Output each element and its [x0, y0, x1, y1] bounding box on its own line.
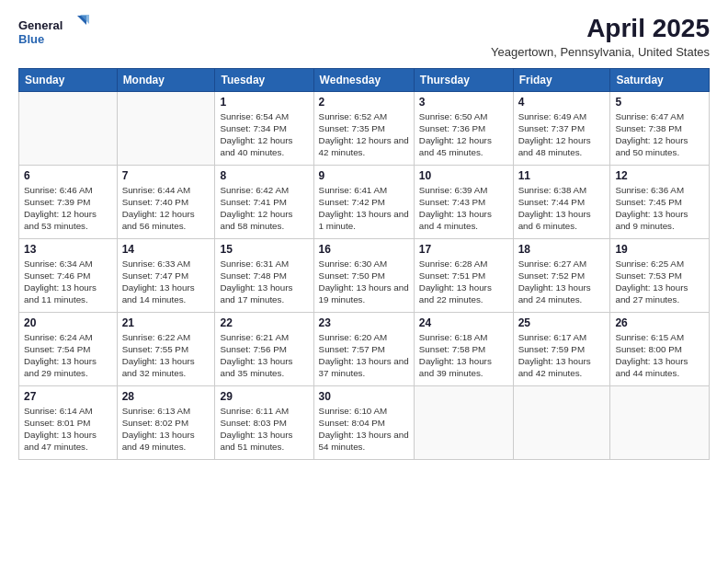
day-number: 26 [615, 316, 704, 329]
calendar-cell [19, 91, 118, 165]
day-number: 21 [122, 316, 210, 329]
day-number: 30 [319, 390, 409, 403]
header-saturday: Saturday [610, 68, 710, 91]
day-info: Sunrise: 6:21 AMSunset: 7:56 PMDaylight:… [220, 331, 308, 380]
calendar-cell: 20Sunrise: 6:24 AMSunset: 7:54 PMDayligh… [19, 312, 118, 385]
calendar-cell: 26Sunrise: 6:15 AMSunset: 8:00 PMDayligh… [610, 312, 710, 385]
calendar-body: 1Sunrise: 6:54 AMSunset: 7:34 PMDaylight… [19, 91, 710, 459]
calendar-cell: 25Sunrise: 6:17 AMSunset: 7:59 PMDayligh… [513, 312, 610, 385]
day-number: 25 [518, 316, 606, 329]
day-info: Sunrise: 6:54 AMSunset: 7:34 PMDaylight:… [220, 110, 308, 159]
header-monday: Monday [117, 68, 215, 91]
day-number: 28 [122, 390, 210, 403]
calendar-cell: 23Sunrise: 6:20 AMSunset: 7:57 PMDayligh… [313, 312, 414, 385]
day-info: Sunrise: 6:44 AMSunset: 7:40 PMDaylight:… [122, 184, 210, 233]
day-number: 3 [419, 96, 508, 109]
day-info: Sunrise: 6:18 AMSunset: 7:58 PMDaylight:… [419, 331, 508, 380]
month-title: April 2025 [491, 15, 710, 43]
calendar-cell [610, 385, 710, 459]
header-sunday: Sunday [19, 68, 118, 91]
day-info: Sunrise: 6:13 AMSunset: 8:02 PMDaylight:… [122, 405, 210, 454]
day-number: 8 [220, 169, 308, 182]
week-row-2: 6Sunrise: 6:46 AMSunset: 7:39 PMDaylight… [19, 165, 710, 238]
day-info: Sunrise: 6:49 AMSunset: 7:37 PMDaylight:… [518, 110, 606, 159]
calendar-cell: 2Sunrise: 6:52 AMSunset: 7:35 PMDaylight… [313, 91, 414, 165]
calendar-cell: 12Sunrise: 6:36 AMSunset: 7:45 PMDayligh… [610, 165, 710, 238]
page: General Blue April 2025 Yeagertown, Penn… [0, 0, 728, 563]
calendar-cell: 17Sunrise: 6:28 AMSunset: 7:51 PMDayligh… [414, 238, 513, 312]
calendar-table: SundayMondayTuesdayWednesdayThursdayFrid… [18, 68, 710, 460]
day-number: 27 [24, 390, 112, 403]
calendar-cell: 28Sunrise: 6:13 AMSunset: 8:02 PMDayligh… [117, 385, 215, 459]
day-info: Sunrise: 6:14 AMSunset: 8:01 PMDaylight:… [24, 405, 112, 454]
header: General Blue April 2025 Yeagertown, Penn… [18, 15, 710, 59]
calendar-cell: 30Sunrise: 6:10 AMSunset: 8:04 PMDayligh… [313, 385, 414, 459]
day-number: 24 [419, 316, 508, 329]
header-friday: Friday [513, 68, 610, 91]
calendar-cell: 4Sunrise: 6:49 AMSunset: 7:37 PMDaylight… [513, 91, 610, 165]
day-number: 4 [518, 96, 606, 109]
day-number: 2 [319, 96, 409, 109]
day-info: Sunrise: 6:38 AMSunset: 7:44 PMDaylight:… [518, 184, 606, 233]
day-number: 13 [24, 243, 112, 256]
calendar-cell: 16Sunrise: 6:30 AMSunset: 7:50 PMDayligh… [313, 238, 414, 312]
day-number: 17 [419, 243, 508, 256]
calendar-cell: 18Sunrise: 6:27 AMSunset: 7:52 PMDayligh… [513, 238, 610, 312]
day-info: Sunrise: 6:27 AMSunset: 7:52 PMDaylight:… [518, 258, 606, 306]
logo-svg: General Blue [18, 15, 92, 52]
location-subtitle: Yeagertown, Pennsylvania, United States [491, 45, 710, 59]
calendar-cell: 8Sunrise: 6:42 AMSunset: 7:41 PMDaylight… [215, 165, 313, 238]
calendar-cell: 11Sunrise: 6:38 AMSunset: 7:44 PMDayligh… [513, 165, 610, 238]
day-number: 19 [615, 243, 704, 256]
calendar-cell: 29Sunrise: 6:11 AMSunset: 8:03 PMDayligh… [215, 385, 313, 459]
day-info: Sunrise: 6:52 AMSunset: 7:35 PMDaylight:… [319, 110, 409, 159]
calendar-cell: 6Sunrise: 6:46 AMSunset: 7:39 PMDaylight… [19, 165, 118, 238]
calendar-cell: 24Sunrise: 6:18 AMSunset: 7:58 PMDayligh… [414, 312, 513, 385]
calendar-cell: 13Sunrise: 6:34 AMSunset: 7:46 PMDayligh… [19, 238, 118, 312]
calendar-cell: 19Sunrise: 6:25 AMSunset: 7:53 PMDayligh… [610, 238, 710, 312]
calendar-cell: 7Sunrise: 6:44 AMSunset: 7:40 PMDaylight… [117, 165, 215, 238]
calendar-cell: 5Sunrise: 6:47 AMSunset: 7:38 PMDaylight… [610, 91, 710, 165]
week-row-3: 13Sunrise: 6:34 AMSunset: 7:46 PMDayligh… [19, 238, 710, 312]
day-number: 22 [220, 316, 308, 329]
calendar-cell: 9Sunrise: 6:41 AMSunset: 7:42 PMDaylight… [313, 165, 414, 238]
header-wednesday: Wednesday [313, 68, 414, 91]
calendar-cell: 15Sunrise: 6:31 AMSunset: 7:48 PMDayligh… [215, 238, 313, 312]
calendar-cell: 27Sunrise: 6:14 AMSunset: 8:01 PMDayligh… [19, 385, 118, 459]
calendar-cell [513, 385, 610, 459]
calendar-cell [117, 91, 215, 165]
header-row: SundayMondayTuesdayWednesdayThursdayFrid… [19, 68, 710, 91]
day-number: 5 [615, 96, 704, 109]
day-number: 16 [319, 243, 409, 256]
day-info: Sunrise: 6:20 AMSunset: 7:57 PMDaylight:… [319, 331, 409, 380]
day-info: Sunrise: 6:31 AMSunset: 7:48 PMDaylight:… [220, 258, 308, 306]
calendar-cell: 22Sunrise: 6:21 AMSunset: 7:56 PMDayligh… [215, 312, 313, 385]
week-row-1: 1Sunrise: 6:54 AMSunset: 7:34 PMDaylight… [19, 91, 710, 165]
svg-text:Blue: Blue [18, 32, 44, 46]
day-info: Sunrise: 6:41 AMSunset: 7:42 PMDaylight:… [319, 184, 409, 233]
day-number: 20 [24, 316, 112, 329]
day-info: Sunrise: 6:47 AMSunset: 7:38 PMDaylight:… [615, 110, 704, 159]
day-info: Sunrise: 6:42 AMSunset: 7:41 PMDaylight:… [220, 184, 308, 233]
calendar-header: SundayMondayTuesdayWednesdayThursdayFrid… [19, 68, 710, 91]
day-info: Sunrise: 6:24 AMSunset: 7:54 PMDaylight:… [24, 331, 112, 380]
calendar-cell: 3Sunrise: 6:50 AMSunset: 7:36 PMDaylight… [414, 91, 513, 165]
day-info: Sunrise: 6:36 AMSunset: 7:45 PMDaylight:… [615, 184, 704, 233]
header-thursday: Thursday [414, 68, 513, 91]
day-info: Sunrise: 6:46 AMSunset: 7:39 PMDaylight:… [24, 184, 112, 233]
title-block: April 2025 Yeagertown, Pennsylvania, Uni… [491, 15, 710, 59]
day-number: 9 [319, 169, 409, 182]
day-number: 7 [122, 169, 210, 182]
day-info: Sunrise: 6:50 AMSunset: 7:36 PMDaylight:… [419, 110, 508, 159]
calendar-cell: 10Sunrise: 6:39 AMSunset: 7:43 PMDayligh… [414, 165, 513, 238]
day-info: Sunrise: 6:15 AMSunset: 8:00 PMDaylight:… [615, 331, 704, 380]
calendar-cell: 1Sunrise: 6:54 AMSunset: 7:34 PMDaylight… [215, 91, 313, 165]
day-info: Sunrise: 6:11 AMSunset: 8:03 PMDaylight:… [220, 405, 308, 454]
day-info: Sunrise: 6:30 AMSunset: 7:50 PMDaylight:… [319, 258, 409, 306]
logo: General Blue [18, 15, 92, 52]
calendar-cell: 14Sunrise: 6:33 AMSunset: 7:47 PMDayligh… [117, 238, 215, 312]
day-number: 12 [615, 169, 704, 182]
day-info: Sunrise: 6:22 AMSunset: 7:55 PMDaylight:… [122, 331, 210, 380]
day-info: Sunrise: 6:33 AMSunset: 7:47 PMDaylight:… [122, 258, 210, 306]
day-info: Sunrise: 6:39 AMSunset: 7:43 PMDaylight:… [419, 184, 508, 233]
